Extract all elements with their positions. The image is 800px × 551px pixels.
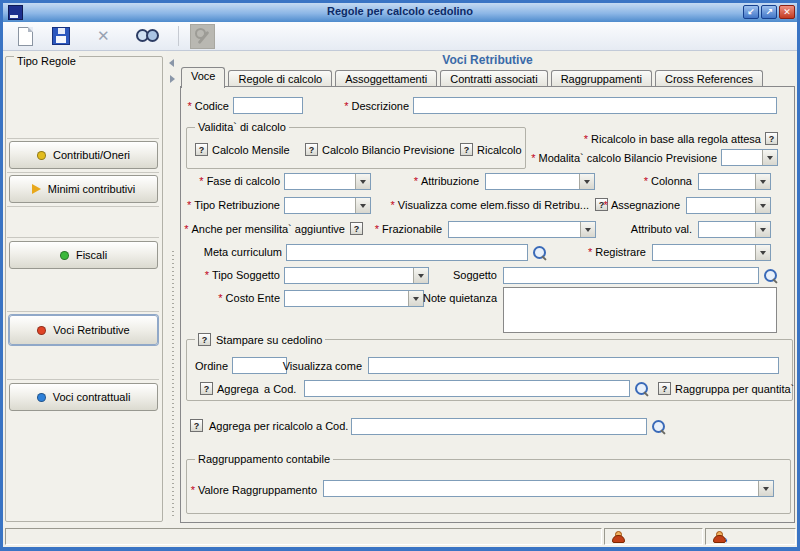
required-marker: *	[191, 484, 195, 496]
registrare-select[interactable]	[652, 244, 771, 261]
tab-regole-di-calcolo[interactable]: Regole di calcolo	[228, 70, 332, 87]
visualizza-come-input[interactable]	[368, 357, 779, 374]
ricalcolo-regola-attesa-checkbox[interactable]: ?	[765, 132, 778, 145]
sidebar-item-voci-retributive[interactable]: Voci Retributive	[9, 315, 158, 345]
fase-di-calcolo-select[interactable]	[284, 173, 371, 190]
aggrega-checkbox[interactable]: ?	[200, 382, 213, 395]
save-icon[interactable]	[52, 27, 70, 45]
codice-input[interactable]	[233, 97, 303, 114]
ordine-input[interactable]	[232, 357, 287, 374]
find-icon[interactable]	[136, 29, 160, 43]
sidebar-item-label: Voci contrattuali	[53, 391, 131, 403]
label-text: Colonna	[651, 175, 692, 187]
required-marker: *	[187, 199, 191, 211]
soggetto-input[interactable]	[503, 267, 759, 284]
meta-curriculum-input[interactable]	[286, 244, 528, 261]
tab-label: Cross References	[665, 73, 753, 85]
aggrega-per-ricalcolo-input[interactable]	[351, 418, 647, 435]
sidebar-item-fiscali[interactable]: Fiscali	[9, 241, 158, 269]
a-cod-label: a Cod.	[316, 420, 348, 432]
required-marker: *	[391, 199, 395, 211]
sidebar-splitter[interactable]	[166, 51, 179, 526]
ricalcolo-checkbox[interactable]: ?	[460, 143, 473, 156]
delete-icon[interactable]: ✕	[97, 26, 110, 46]
label-text: Costo Ente	[226, 292, 280, 304]
note-quietanza-textarea[interactable]	[503, 287, 777, 333]
calcolo-mensile-checkbox[interactable]: ?	[195, 143, 208, 156]
search-icon[interactable]	[532, 245, 547, 260]
aggrega-label: Aggrega	[217, 383, 259, 395]
sidebar-item-voci-contrattuali[interactable]: Voci contrattuali	[9, 383, 158, 411]
chevron-down-icon	[579, 174, 594, 189]
restore-button[interactable]: ↗	[761, 5, 777, 19]
label-text: Valore Raggruppamento	[198, 484, 317, 496]
chevron-down-icon	[755, 174, 770, 189]
costo-ente-select[interactable]	[284, 290, 424, 307]
required-marker: *	[531, 152, 535, 164]
aggrega-per-ricalcolo-checkbox[interactable]: ?	[190, 419, 203, 432]
chevron-down-icon	[413, 268, 428, 283]
calcolo-bilancio-previsione-checkbox[interactable]: ?	[305, 143, 318, 156]
user-icon	[612, 531, 624, 543]
toolbar-separator	[178, 26, 179, 46]
valore-raggruppamento-select[interactable]	[323, 480, 774, 497]
tab-voce[interactable]: Voce	[181, 67, 225, 88]
aggrega-a-cod-input[interactable]	[304, 380, 630, 397]
valore-raggruppamento-label: *Valore Raggruppamento	[191, 484, 317, 496]
raggruppa-per-quantita-checkbox[interactable]: ?	[658, 382, 671, 395]
assegnazione-select[interactable]	[686, 197, 771, 214]
info-badge-icon	[721, 537, 728, 544]
new-document-icon[interactable]	[18, 27, 33, 46]
label-text: Anche per mensilita` aggiuntive	[192, 223, 345, 235]
meta-curriculum-label: Meta curriculum	[204, 246, 282, 258]
titlebar[interactable]: Regole per calcolo cedolino ↙ ↗ ✕	[3, 3, 797, 22]
label-text: Codice	[195, 100, 229, 112]
raggruppamento-contabile-group: Raggruppamento contabile *Valore Raggrup…	[186, 459, 791, 514]
required-marker: *	[584, 133, 588, 145]
window-title: Regole per calcolo cedolino	[3, 5, 797, 17]
minimize-button[interactable]: ↙	[743, 5, 759, 19]
chevron-down-icon	[355, 198, 370, 213]
tipo-retribuzione-select[interactable]	[284, 197, 371, 214]
close-button[interactable]: ✕	[779, 5, 795, 19]
note-quietanza-label: Note quietanza	[423, 292, 497, 304]
search-icon[interactable]	[634, 381, 649, 396]
tipo-regole-group: Tipo Regole	[5, 56, 163, 522]
tipo-soggetto-select[interactable]	[284, 267, 429, 284]
validita-di-calcolo-group: Validita` di calcolo ? Calcolo Mensile ?…	[186, 127, 526, 169]
sidebar-item-contributi-oneri[interactable]: Contributi/Oneri	[9, 141, 158, 169]
tab-label: Contratti associati	[450, 73, 537, 85]
statusbar	[3, 526, 797, 547]
descrizione-label: *Descrizione	[344, 100, 409, 112]
attributo-val-label: Attributo val.	[631, 223, 692, 235]
stampare-su-cedolino-group: ? Stampare su cedolino Ordine Visualizza…	[186, 339, 793, 401]
tab-contratti-associati[interactable]: Contratti associati	[440, 70, 547, 87]
search-icon[interactable]	[651, 419, 666, 434]
descrizione-input[interactable]	[413, 97, 777, 114]
attribuzione-select[interactable]	[485, 173, 595, 190]
stampare-su-cedolino-checkbox[interactable]: ?	[198, 333, 211, 346]
required-marker: *	[199, 175, 203, 187]
attributo-val-select[interactable]	[698, 221, 771, 238]
modalita-calcolo-bilancio-select[interactable]	[721, 149, 778, 166]
collapse-right-icon[interactable]	[170, 75, 175, 83]
search-icon[interactable]	[763, 268, 778, 283]
ricalcolo-label: Ricalcolo	[477, 144, 522, 156]
divider	[7, 379, 159, 380]
anche-mensilita-checkbox[interactable]: ?	[350, 222, 363, 235]
codice-label: *Codice	[187, 100, 229, 112]
collapse-left-icon[interactable]	[169, 59, 174, 67]
sidebar-item-label: Voci Retributive	[53, 324, 129, 336]
tab-raggruppamenti[interactable]: Raggruppamenti	[551, 70, 652, 87]
tab-assoggettamenti[interactable]: Assoggettamenti	[335, 70, 437, 87]
required-marker: *	[604, 199, 608, 211]
calcolo-bilancio-previsione-label: Calcolo Bilancio Previsione	[322, 144, 455, 156]
label-text: Stampare su cedolino	[216, 334, 322, 346]
colonna-select[interactable]	[698, 173, 771, 190]
sidebar-item-minimi-contributivi[interactable]: Minimi contributivi	[9, 175, 158, 203]
frazionabile-select[interactable]	[448, 221, 596, 238]
tab-cross-references[interactable]: Cross References	[655, 70, 763, 87]
label-text: Visualizza come elem.fisso di Retribu...	[398, 199, 589, 211]
group-legend: Raggruppamento contabile	[195, 453, 333, 465]
tipo-regole-legend: Tipo Regole	[14, 55, 79, 67]
